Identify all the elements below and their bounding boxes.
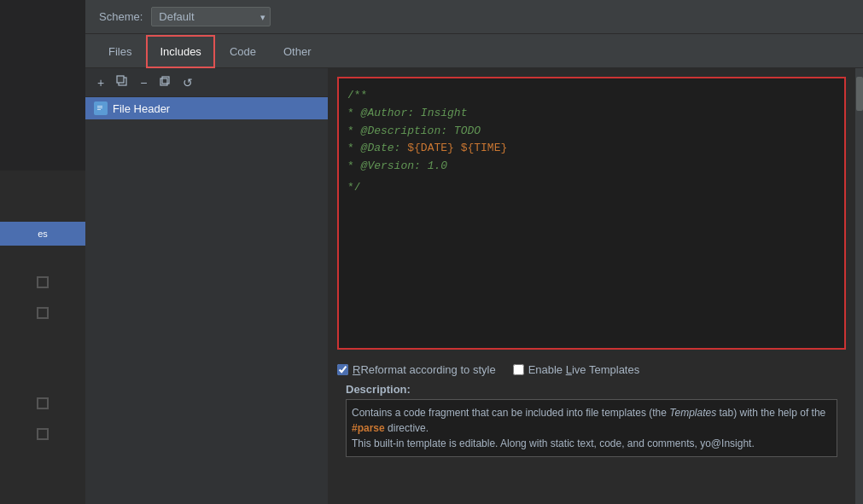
svg-rect-1 — [117, 76, 124, 83]
scrollbar-thumb[interactable] — [856, 77, 863, 111]
code-line-4: * @Date: ${DATE} ${TIME} — [347, 140, 836, 158]
scheme-label: Scheme: — [99, 10, 143, 23]
description-label: Description: — [346, 383, 837, 396]
scrollbar[interactable] — [854, 68, 863, 504]
duplicate-button[interactable] — [155, 73, 174, 91]
reformat-checkbox[interactable] — [337, 364, 348, 375]
sidebar-icon-1[interactable] — [0, 271, 85, 293]
reformat-checkbox-label[interactable]: RReformat according to style — [337, 363, 496, 376]
main-panel: Scheme: Default Files Includes Code Othe… — [85, 0, 863, 504]
remove-button[interactable]: − — [137, 74, 150, 91]
reset-button[interactable]: ↺ — [179, 74, 196, 91]
scheme-row: Scheme: Default — [85, 0, 863, 34]
svg-rect-7 — [97, 109, 101, 110]
sidebar-icon-2[interactable] — [0, 302, 85, 324]
code-panel: /** * @Author: Insight * @Description: T… — [329, 68, 854, 504]
sidebar-icon-3[interactable] — [0, 392, 85, 414]
add-button[interactable]: + — [94, 74, 108, 91]
sidebar-icon-4[interactable] — [0, 423, 85, 445]
file-item[interactable]: File Header — [85, 97, 328, 119]
description-text-line1: Contains a code fragment that can be inc… — [352, 407, 825, 434]
file-item-label: File Header — [113, 102, 170, 115]
sidebar-selected-label: es — [38, 229, 48, 239]
code-line-1: /** — [347, 87, 836, 105]
code-line-3: * @Description: TODO — [347, 123, 836, 141]
reformat-label: RReformat according to style — [353, 363, 496, 376]
svg-rect-3 — [162, 77, 169, 84]
sidebar-top-group — [0, 0, 85, 171]
svg-rect-2 — [160, 78, 167, 85]
live-templates-checkbox[interactable] — [513, 364, 524, 375]
app-window: es Scheme: Default Files Inclu — [0, 0, 863, 504]
file-toolbar: + − ↺ — [85, 68, 328, 97]
code-line-6: */ — [347, 179, 836, 197]
scheme-select-wrapper: Default — [151, 7, 271, 26]
bottom-section: RReformat according to style Enable Live… — [329, 358, 854, 461]
file-list: File Header — [85, 97, 328, 504]
content-area: + − ↺ — [85, 68, 863, 504]
tab-files[interactable]: Files — [96, 36, 144, 67]
tab-includes[interactable]: Includes — [146, 35, 214, 68]
live-templates-checkbox-label[interactable]: Enable Live Templates — [513, 363, 640, 376]
description-text-line2: This built-in template is editable. Alon… — [352, 437, 755, 449]
description-text-box: Contains a code fragment that can be inc… — [346, 399, 837, 457]
file-type-icon — [94, 101, 108, 115]
file-panel: + − ↺ — [85, 68, 329, 504]
svg-rect-5 — [97, 106, 102, 107]
description-section: Description: Contains a code fragment th… — [337, 383, 846, 457]
code-editor[interactable]: /** * @Author: Insight * @Description: T… — [337, 77, 846, 350]
sidebar-selected-item[interactable]: es — [0, 222, 85, 246]
checkboxes-row: RReformat according to style Enable Live… — [337, 363, 846, 376]
code-line-2: * @Author: Insight — [347, 105, 836, 123]
code-line-5: * @Version: 1.0 — [347, 158, 836, 176]
copy-button[interactable] — [113, 73, 131, 91]
tabs-row: Files Includes Code Other — [85, 34, 863, 68]
tab-other[interactable]: Other — [271, 36, 324, 67]
tab-code[interactable]: Code — [217, 36, 269, 67]
far-left-sidebar: es — [0, 0, 85, 504]
live-templates-label: Enable Live Templates — [528, 363, 640, 376]
scheme-dropdown[interactable]: Default — [151, 7, 271, 26]
svg-rect-6 — [97, 107, 102, 108]
